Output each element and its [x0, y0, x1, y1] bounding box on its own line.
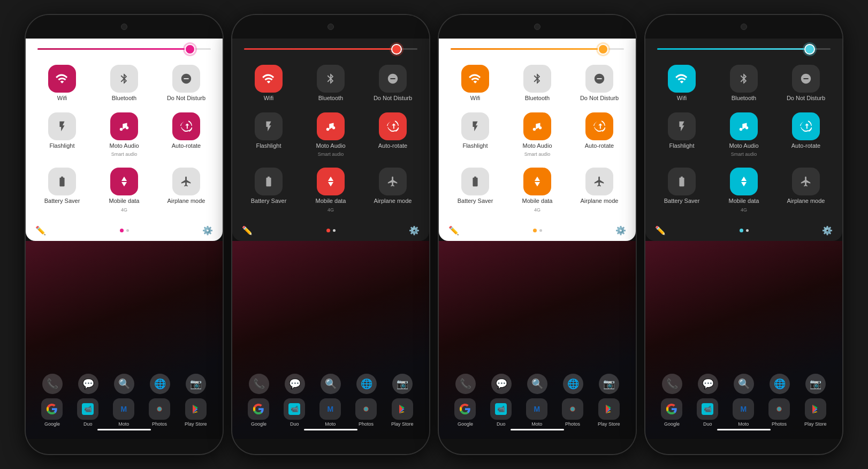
audiotrack-icon — [730, 112, 758, 140]
bottom-app-icon[interactable]: 🌐 — [356, 374, 377, 394]
tile-autorotate[interactable]: Auto-rotate — [362, 107, 424, 162]
tile-mobiledata[interactable]: Mobile data 4G — [300, 162, 362, 217]
tile-wifi[interactable]: Wifi — [31, 59, 93, 107]
dock-app-google[interactable]: Google — [454, 398, 476, 427]
dock-app-google[interactable]: Google — [248, 398, 269, 427]
dock-app-photos[interactable]: Photos — [149, 398, 170, 427]
tile-bluetooth[interactable]: Bluetooth — [506, 59, 568, 107]
tile-label-wifi: Wifi — [264, 95, 273, 102]
bottom-app-icon[interactable]: 📞 — [455, 374, 476, 394]
phones-container: Wifi Bluetooth Do Not Disturb Flashlight — [15, 4, 853, 465]
dock-app-moto[interactable]: M Moto — [526, 398, 547, 427]
bottom-app-icon[interactable]: 📷 — [392, 374, 413, 394]
tile-mobiledata[interactable]: Mobile data 4G — [713, 162, 775, 217]
bottom-app-icon[interactable]: 🔍 — [114, 374, 134, 394]
dock-app-duo[interactable]: 📹 Duo — [284, 398, 305, 427]
brightness-slider-track[interactable] — [37, 48, 211, 50]
tile-wifi[interactable]: Wifi — [651, 59, 713, 107]
bottom-app-icon[interactable]: 🔍 — [527, 374, 547, 394]
tile-wifi[interactable]: Wifi — [238, 59, 300, 107]
tile-audiotrack[interactable]: Moto Audio Smart audio — [506, 107, 568, 162]
settings-icon[interactable]: ⚙️ — [409, 225, 420, 236]
audiotrack-icon — [317, 112, 345, 140]
settings-icon[interactable]: ⚙️ — [202, 225, 213, 236]
tile-bluetooth[interactable]: Bluetooth — [93, 59, 155, 107]
tile-donotdisturb[interactable]: Do Not Disturb — [362, 59, 424, 107]
dock-app-photos[interactable]: Photos — [562, 398, 583, 427]
dock-app-moto[interactable]: M Moto — [733, 398, 754, 427]
tile-autorotate[interactable]: Auto-rotate — [155, 107, 217, 162]
bottom-app-icon[interactable]: 🔍 — [321, 374, 341, 394]
brightness-slider-row — [439, 39, 636, 55]
tile-donotdisturb[interactable]: Do Not Disturb — [155, 59, 217, 107]
tile-battery[interactable]: Battery Saver — [444, 162, 506, 217]
bottom-app-icon[interactable]: 🌐 — [563, 374, 583, 394]
tile-bluetooth[interactable]: Bluetooth — [713, 59, 775, 107]
tile-audiotrack[interactable]: Moto Audio Smart audio — [93, 107, 155, 162]
bottom-app-icon[interactable]: 💬 — [698, 374, 718, 394]
dock-app-play-store[interactable]: Play Store — [185, 398, 207, 427]
home-bar[interactable] — [304, 429, 357, 430]
bottom-app-icon[interactable]: 💬 — [491, 374, 512, 394]
home-bar[interactable] — [511, 429, 564, 430]
dot-active — [120, 229, 124, 232]
dock-app-play-store[interactable]: Play Store — [391, 398, 414, 427]
tile-audiotrack[interactable]: Moto Audio Smart audio — [300, 107, 362, 162]
dock-app-play-store[interactable]: Play Store — [804, 398, 827, 427]
tile-autorotate[interactable]: Auto-rotate — [568, 107, 630, 162]
tile-donotdisturb[interactable]: Do Not Disturb — [775, 59, 837, 107]
tile-bluetooth[interactable]: Bluetooth — [300, 59, 362, 107]
tile-airplane[interactable]: Airplane mode — [155, 162, 217, 217]
bottom-app-icon[interactable]: 📷 — [186, 374, 206, 394]
tile-battery[interactable]: Battery Saver — [651, 162, 713, 217]
tile-donotdisturb[interactable]: Do Not Disturb — [568, 59, 630, 107]
edit-icon[interactable]: ✏️ — [448, 225, 459, 236]
tile-audiotrack[interactable]: Moto Audio Smart audio — [713, 107, 775, 162]
dock-app-moto[interactable]: M Moto — [113, 398, 134, 427]
dock-app-photos[interactable]: Photos — [768, 398, 790, 427]
bottom-app-icon[interactable]: 📷 — [599, 374, 619, 394]
bottom-app-icon[interactable]: 💬 — [285, 374, 305, 394]
home-bar[interactable] — [717, 429, 771, 430]
dock-app-google[interactable]: Google — [661, 398, 682, 427]
bottom-app-icon[interactable]: 🌐 — [150, 374, 170, 394]
brightness-slider-track[interactable] — [657, 48, 831, 50]
tile-flashlight[interactable]: Flashlight — [444, 107, 506, 162]
dock-app-play-store[interactable]: Play Store — [598, 398, 620, 427]
edit-icon[interactable]: ✏️ — [655, 225, 666, 236]
settings-icon[interactable]: ⚙️ — [822, 225, 833, 236]
bottom-app-icon[interactable]: 🌐 — [770, 374, 790, 394]
tile-battery[interactable]: Battery Saver — [31, 162, 93, 217]
bottom-app-icon[interactable]: 📷 — [805, 374, 826, 394]
tile-mobiledata[interactable]: Mobile data 4G — [506, 162, 568, 217]
bottom-app-icon[interactable]: 🔍 — [734, 374, 754, 394]
dock-icons-row: Google 📹 Duo M Moto Photos Play Store — [241, 396, 421, 429]
settings-icon[interactable]: ⚙️ — [615, 225, 626, 236]
tile-flashlight[interactable]: Flashlight — [31, 107, 93, 162]
tile-airplane[interactable]: Airplane mode — [568, 162, 630, 217]
bottom-app-icon[interactable]: 📞 — [662, 374, 682, 394]
airplane-icon — [379, 168, 407, 195]
tile-battery[interactable]: Battery Saver — [238, 162, 300, 217]
dock-app-duo[interactable]: 📹 Duo — [697, 398, 718, 427]
dock-app-duo[interactable]: 📹 Duo — [490, 398, 512, 427]
dock-app-photos[interactable]: Photos — [355, 398, 377, 427]
dock-app-duo[interactable]: 📹 Duo — [77, 398, 98, 427]
dock-app-moto[interactable]: M Moto — [319, 398, 341, 427]
tile-mobiledata[interactable]: Mobile data 4G — [93, 162, 155, 217]
brightness-slider-track[interactable] — [244, 48, 417, 50]
bottom-app-icon[interactable]: 📞 — [249, 374, 269, 394]
tile-autorotate[interactable]: Auto-rotate — [775, 107, 837, 162]
tile-airplane[interactable]: Airplane mode — [775, 162, 837, 217]
edit-icon[interactable]: ✏️ — [35, 225, 46, 236]
edit-icon[interactable]: ✏️ — [242, 225, 253, 236]
brightness-slider-track[interactable] — [451, 48, 624, 50]
tile-airplane[interactable]: Airplane mode — [362, 162, 424, 217]
tile-wifi[interactable]: Wifi — [444, 59, 506, 107]
dock-app-google[interactable]: Google — [41, 398, 63, 427]
home-bar[interactable] — [97, 429, 151, 430]
tile-flashlight[interactable]: Flashlight — [651, 107, 713, 162]
bottom-app-icon[interactable]: 📞 — [42, 374, 63, 394]
bottom-app-icon[interactable]: 💬 — [78, 374, 98, 394]
tile-flashlight[interactable]: Flashlight — [238, 107, 300, 162]
